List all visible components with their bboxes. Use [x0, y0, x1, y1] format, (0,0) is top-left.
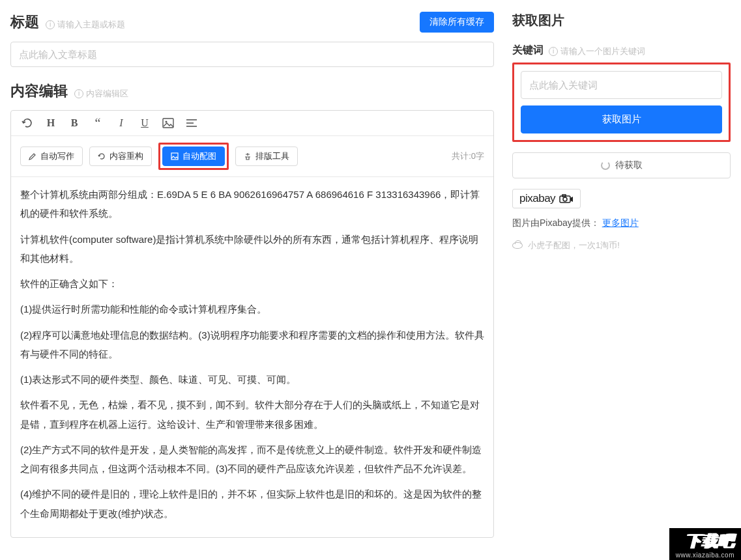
bold-icon[interactable]: B: [67, 116, 81, 130]
keyword-label: 关键词: [512, 44, 544, 57]
content-hint: i 内容编辑区: [74, 88, 128, 100]
word-count: 共计:0字: [452, 150, 484, 162]
sidebar-title: 获取图片: [512, 12, 731, 29]
restructure-button[interactable]: 内容重构: [89, 147, 152, 166]
tool-icon: [244, 152, 252, 160]
svg-point-1: [166, 121, 167, 123]
keyword-header: 关键词 i 请输入一个图片关键词: [512, 44, 731, 57]
highlight-fetch-box: 获取图片: [512, 63, 731, 142]
content-paragraph: 软件看不见，无色，枯燥，看不见，摸不到，闻不到。软件大部分存在于人们的头脑或纸上…: [20, 395, 484, 434]
svg-point-7: [563, 197, 567, 201]
content-label: 内容编辑: [10, 81, 68, 101]
fetch-image-button[interactable]: 获取图片: [521, 105, 722, 133]
quote-icon[interactable]: “: [91, 116, 105, 130]
title-input[interactable]: [10, 42, 494, 67]
watermark: 下载吧 www.xiazaiba.com: [669, 528, 741, 550]
credit-row: 图片由Pixabay提供： 更多图片: [512, 217, 731, 229]
content-paragraph: (1)提供运行时所需功能和性能的命令或计算机程序集合。: [20, 300, 484, 318]
info-icon: i: [46, 20, 55, 29]
pixabay-badge: pixabay: [512, 189, 581, 208]
editor: H B “ I U 自动写作: [10, 110, 494, 538]
spinner-icon: [601, 161, 610, 170]
title-hint: i 请输入主题或标题: [46, 19, 125, 31]
content-paragraph: 软件的正确含义如下：: [20, 274, 484, 293]
content-paragraph: 整个计算机系统由两部分组成：E.69DA 5 E 6 BA 9062616964…: [20, 185, 484, 223]
content-paragraph: 计算机软件(computer software)是指计算机系统中除硬件以外的所有…: [20, 230, 484, 268]
svg-rect-0: [163, 119, 173, 128]
tip-row: 小虎子配图，一次1淘币!: [512, 240, 731, 251]
image-icon[interactable]: [161, 116, 175, 130]
pencil-icon: [29, 152, 36, 160]
title-header: 标题 i 请输入主题或标题 清除所有缓存: [10, 12, 494, 33]
title-label: 标题: [10, 12, 39, 32]
auto-write-button[interactable]: 自动写作: [20, 147, 83, 166]
content-paragraph: (1)表达形式不同的硬件类型、颜色、味道、可见、可摸、可闻。: [20, 370, 484, 389]
pending-status: 待获取: [512, 152, 731, 178]
clear-cache-button[interactable]: 清除所有缓存: [420, 12, 494, 33]
coin-icon: [512, 242, 523, 249]
picture-icon: [171, 152, 179, 160]
align-icon[interactable]: [184, 116, 199, 130]
content-paragraph: (4)维护不同的硬件是旧的，理论上软件是旧的，并不坏，但实际上软件也是旧的和坏的…: [20, 484, 484, 523]
highlight-auto-image: 自动配图: [158, 143, 229, 170]
toolbar: H B “ I U: [11, 111, 493, 136]
undo-icon[interactable]: [20, 116, 35, 130]
camera-icon: [559, 194, 574, 203]
auto-image-button[interactable]: 自动配图: [162, 147, 225, 166]
content-paragraph: (2)程序可以满意地处理信息的数据结构。(3)说明程序功能要求和程序需要的文档的…: [20, 326, 484, 364]
layout-tool-button[interactable]: 排版工具: [235, 147, 298, 166]
content-body[interactable]: 整个计算机系统由两部分组成：E.69DA 5 E 6 BA 9062616964…: [11, 177, 493, 537]
content-header: 内容编辑 i 内容编辑区: [10, 81, 494, 101]
refresh-icon: [98, 152, 106, 160]
underline-icon[interactable]: U: [138, 116, 152, 130]
info-icon: i: [549, 47, 558, 56]
heading-icon[interactable]: H: [44, 116, 58, 130]
action-row: 自动写作 内容重构 自动配图 排版工具: [11, 136, 493, 177]
keyword-hint: i 请输入一个图片关键词: [549, 46, 645, 57]
italic-icon[interactable]: I: [114, 116, 128, 130]
svg-rect-5: [171, 153, 178, 160]
more-images-link[interactable]: 更多图片: [602, 217, 639, 228]
info-icon: i: [74, 89, 83, 98]
content-paragraph: (2)生产方式不同的软件是开发，是人类智能的高发挥，而不是传统意义上的硬件制造。…: [20, 440, 484, 479]
keyword-input[interactable]: [521, 71, 722, 99]
